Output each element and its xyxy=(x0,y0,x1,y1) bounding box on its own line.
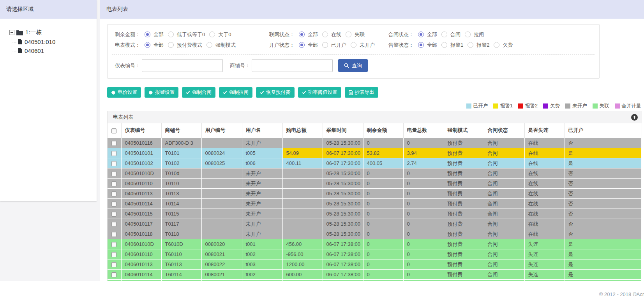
restore-prepaid-button[interactable]: 恢复预付费 xyxy=(256,87,295,98)
table-cell: T60113 xyxy=(161,259,201,269)
table-cell: 0 xyxy=(363,229,403,239)
tree-node-building[interactable]: 1:一栋 xyxy=(9,29,94,36)
row-checkbox[interactable] xyxy=(111,212,116,217)
row-checkbox[interactable] xyxy=(111,232,116,237)
collapse-icon[interactable] xyxy=(9,30,14,35)
table-cell: 合闸 xyxy=(484,219,524,229)
button-label: 强制拉闸 xyxy=(229,89,249,96)
table-cell: 合闸 xyxy=(484,229,524,239)
meter-table: 仪表编号商铺号用户编号用户名购电总额采集时间剩余金额电量总数强制模式合闸状态是否… xyxy=(108,123,642,282)
table-cell xyxy=(282,138,323,148)
table-cell: 在线 xyxy=(524,148,565,158)
radio-alarm-0[interactable]: 全部 xyxy=(418,42,437,49)
legend-swatch xyxy=(565,103,570,109)
filter-group-meter-mode: 电表模式：全部预付费模式强制模式 xyxy=(111,42,265,49)
shop-no-input[interactable] xyxy=(252,59,333,72)
table-cell: 0406010110 xyxy=(121,249,161,259)
table-panel-title: 电表列表 xyxy=(113,114,133,121)
collapse-up-icon[interactable] xyxy=(631,114,638,121)
alarm-settings-button[interactable]: 报警设置 xyxy=(145,87,178,98)
table-cell: 合闸 xyxy=(484,249,524,259)
table-cell: 是 xyxy=(565,259,641,269)
radio-balance-2[interactable]: 大于0 xyxy=(209,31,231,38)
column-header: 采集时间 xyxy=(323,123,363,138)
legend-label: 未开户 xyxy=(572,103,587,109)
radio-icon xyxy=(418,42,424,48)
table-cell: 3.94 xyxy=(403,148,444,158)
row-checkbox[interactable] xyxy=(111,262,116,267)
row-checkbox[interactable] xyxy=(111,242,116,247)
table-cell xyxy=(201,138,242,148)
table-row: 0406010114T601140080021t002600.0006-07 1… xyxy=(108,269,641,279)
radio-meter-mode-2[interactable]: 强制模式 xyxy=(206,42,236,49)
row-checkbox[interactable] xyxy=(111,171,116,176)
radio-network-1[interactable]: 在线 xyxy=(322,31,341,38)
table-cell: ADF300-D 3 xyxy=(161,138,201,148)
table-cell: T6010D xyxy=(161,239,201,249)
radio-meter-mode-1[interactable]: 预付费模式 xyxy=(168,42,202,49)
cell-checkbox xyxy=(108,138,121,148)
radio-balance-1[interactable]: 低于或等于0 xyxy=(168,31,205,38)
radio-network-2[interactable]: 失联 xyxy=(346,31,365,38)
row-checkbox[interactable] xyxy=(111,252,116,257)
radio-switch-2[interactable]: 拉闸 xyxy=(465,31,484,38)
radio-label: 未开户 xyxy=(360,42,375,49)
row-checkbox[interactable] xyxy=(111,151,116,156)
tree-node-meter[interactable]: 040501:010 xyxy=(12,37,94,46)
page-title: 电表列表 xyxy=(100,0,644,19)
tree-node-label[interactable]: 040601 xyxy=(25,47,44,54)
radio-switch-1[interactable]: 合闸 xyxy=(441,31,461,38)
meter-no-input[interactable] xyxy=(142,59,223,72)
row-checkbox[interactable] xyxy=(111,222,116,227)
row-checkbox[interactable] xyxy=(111,191,116,196)
meter-export-button[interactable]: 抄表导出 xyxy=(345,87,378,98)
radio-icon xyxy=(168,42,174,48)
table-cell: 0 xyxy=(403,188,444,198)
power-threshold-button[interactable]: 功率阈值设置 xyxy=(298,87,341,98)
legend-item: 报警1 xyxy=(493,103,513,109)
table-cell: 0 xyxy=(363,239,403,249)
row-checkbox[interactable] xyxy=(111,161,116,166)
legend-item: 已开户 xyxy=(466,103,488,109)
radio-switch-0[interactable]: 全部 xyxy=(418,31,437,38)
table-cell: 预付费 xyxy=(444,168,484,178)
row-checkbox[interactable] xyxy=(111,202,116,207)
row-checkbox[interactable] xyxy=(111,272,116,277)
legend-label: 合并计量 xyxy=(622,103,641,109)
table-cell xyxy=(201,178,242,188)
tree-node-label[interactable]: 1:一栋 xyxy=(25,29,42,36)
force-open-button[interactable]: 强制拉闸 xyxy=(219,87,252,98)
tree-node-meter[interactable]: 040601 xyxy=(12,46,94,55)
cell-checkbox xyxy=(108,178,121,188)
radio-account-2[interactable]: 未开户 xyxy=(351,42,375,49)
table-cell: 在线 xyxy=(524,138,565,148)
radio-alarm-2[interactable]: 报警2 xyxy=(468,42,489,49)
table-row: 0405010114T0114未开户05-28 15:30:0000预付费合闸在… xyxy=(108,198,641,209)
radio-label: 全部 xyxy=(308,42,318,49)
column-header: 仪表编号 xyxy=(121,123,161,138)
row-checkbox[interactable] xyxy=(111,141,116,146)
select-all-checkbox[interactable] xyxy=(111,128,116,133)
cell-checkbox xyxy=(108,168,121,178)
radio-balance-0[interactable]: 全部 xyxy=(145,31,164,38)
radio-meter-mode-0[interactable]: 全部 xyxy=(145,42,164,49)
table-cell xyxy=(201,219,242,229)
table-cell: 预付费 xyxy=(444,229,484,239)
tree-node-label[interactable]: 040501:010 xyxy=(25,39,55,45)
row-checkbox[interactable] xyxy=(111,181,116,186)
table-cell: 0406010114 xyxy=(121,269,161,279)
radio-network-0[interactable]: 全部 xyxy=(299,31,318,38)
radio-alarm-1[interactable]: 报警1 xyxy=(441,42,463,49)
radio-account-1[interactable]: 已开户 xyxy=(322,42,346,49)
column-header: 已开户 xyxy=(565,123,641,138)
radio-alarm-3[interactable]: 欠费 xyxy=(494,42,513,49)
table-row: 0406010110T601100080021t002-956.0006-07 … xyxy=(108,249,641,259)
radio-account-0[interactable]: 全部 xyxy=(299,42,318,49)
query-button[interactable]: 查询 xyxy=(338,59,368,72)
column-header: 合闸状态 xyxy=(484,123,524,138)
force-close-button[interactable]: 强制合闸 xyxy=(182,87,215,98)
price-settings-button[interactable]: 电价设置 xyxy=(107,87,141,98)
table-cell: 在线 xyxy=(524,158,565,168)
table-header-row: 仪表编号商铺号用户编号用户名购电总额采集时间剩余金额电量总数强制模式合闸状态是否… xyxy=(108,123,641,138)
table-cell: 06-07 17:30:00 xyxy=(323,158,363,168)
